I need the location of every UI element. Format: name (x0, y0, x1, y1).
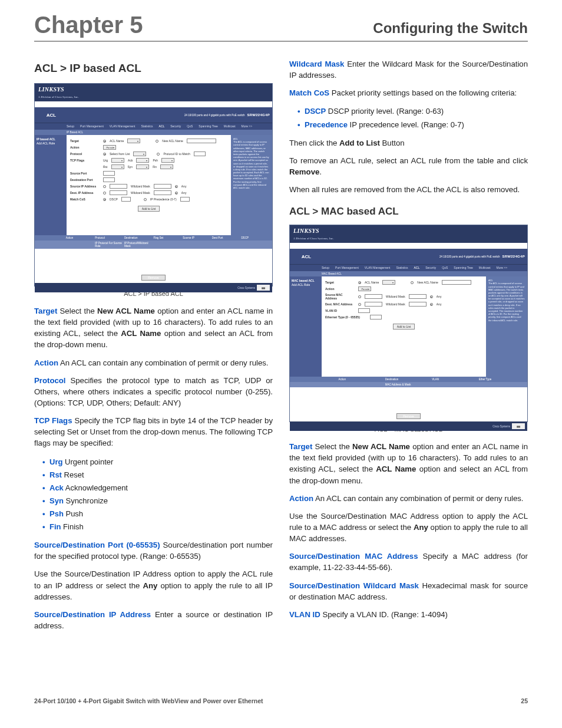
side-nav: MAC based ACL Add ACL Role (290, 276, 322, 377)
brand-logo: LINKSYS (293, 228, 319, 234)
input-eth-type[interactable] (370, 315, 382, 319)
remove-button[interactable]: Remove (141, 275, 166, 281)
brand-logo: LINKSYS (38, 86, 64, 93)
radio-new-acl[interactable] (156, 140, 158, 143)
input-new-acl[interactable] (187, 139, 216, 143)
input-dst-ip[interactable] (110, 190, 127, 195)
input-src-ip[interactable] (110, 184, 127, 189)
para2-action: Action An ACL can contain any combinatio… (289, 493, 528, 504)
input-src-wild[interactable] (154, 184, 171, 189)
subtab-row[interactable]: MAC Based ACL (290, 271, 527, 276)
tab-acl[interactable]: ACL (158, 124, 164, 128)
radio-dstip[interactable] (103, 192, 106, 195)
lbl-wildcard1: Wildcard Mask (131, 185, 150, 188)
radio-acl-name[interactable] (103, 140, 106, 143)
input-ipprec[interactable] (180, 197, 190, 202)
sidenav-add-role[interactable]: Add ACL Role (37, 141, 65, 145)
tab-multicast[interactable]: Multicast (479, 266, 491, 269)
tab-multicast[interactable]: Multicast (224, 124, 236, 128)
sidenav-ip-acl[interactable]: IP based ACL (37, 137, 65, 141)
tab-row: Setup Port Management VLAN Management St… (290, 264, 527, 271)
radio-new-acl[interactable] (411, 281, 414, 284)
input-src-port[interactable] (103, 171, 115, 176)
lbl-target: Target (70, 139, 100, 143)
tab-statistics[interactable]: Statistics (396, 266, 408, 269)
input-dst-port[interactable] (103, 177, 115, 182)
flag-ack[interactable]: ▾ (136, 158, 149, 163)
input-src-mac[interactable] (365, 294, 382, 299)
tab-security[interactable]: Security (425, 266, 436, 269)
lbl-dscp: DSCP (110, 197, 118, 201)
tab-vlan-mgmt[interactable]: VLAN Management (365, 266, 391, 269)
radio-acl-name[interactable] (358, 281, 361, 284)
radio-dstmac[interactable] (358, 303, 361, 306)
tab-row: Setup Port Management VLAN Management St… (35, 123, 272, 130)
select-protocol[interactable]: ▾ (133, 151, 146, 156)
tab-acl[interactable]: ACL (414, 266, 419, 269)
select-acl-name[interactable]: ▾ (382, 280, 395, 285)
radio-srcmac[interactable] (358, 295, 361, 298)
lbl-select-from-list: Select from List (110, 152, 130, 156)
tab-qos[interactable]: QoS (442, 266, 448, 269)
radio-ipprec[interactable] (144, 198, 147, 201)
tab-setup[interactable]: Setup (67, 124, 74, 128)
radio-proto-list[interactable] (103, 153, 106, 156)
input-dst-mac[interactable] (365, 302, 382, 307)
tab-vlan-mgmt[interactable]: VLAN Management (110, 124, 135, 128)
flag-urg[interactable]: ▾ (111, 158, 124, 163)
tab-more[interactable]: More >> (242, 124, 253, 128)
add-to-list-button[interactable]: Add to List (138, 206, 160, 212)
tab-statistics[interactable]: Statistics (141, 124, 153, 128)
device-desc: 24 10/100 ports and 4 gigabit ports with… (320, 254, 502, 259)
radio-dstip-any[interactable] (175, 192, 178, 195)
radio-proto-id[interactable] (157, 153, 160, 156)
tab-setup[interactable]: Setup (322, 266, 329, 269)
flag-syn[interactable]: ▾ (136, 164, 149, 169)
grid-body (35, 249, 272, 272)
lbl-dst-mac: Dest. MAC Address (325, 302, 355, 306)
lbl-vlan-id: VLAN ID (325, 309, 355, 312)
radio-srcmac-any[interactable] (430, 295, 433, 298)
para2-vlan: VLAN ID Specify a VLAN ID. (Range: 1-409… (289, 609, 528, 620)
input-protocol-id[interactable] (194, 151, 206, 156)
chapter-title: Chapter 5 (34, 12, 143, 38)
radio-dstmac-any[interactable] (430, 303, 433, 306)
grid-header: ActionDestinationVLANEther Type (290, 377, 527, 382)
input-vlan-id[interactable] (358, 308, 370, 313)
input-dst-wild[interactable] (154, 190, 171, 195)
tab-port-mgmt[interactable]: Port Management (335, 266, 359, 269)
tab-stp[interactable]: Spanning Tree (199, 124, 218, 128)
grid-header: ActionProtocolDestinationFlag SetSource … (35, 235, 272, 241)
tab-qos[interactable]: QoS (187, 124, 193, 128)
subtab-row[interactable]: IP Based ACL (35, 130, 272, 135)
tab-stp[interactable]: Spanning Tree (454, 266, 473, 269)
tab-security[interactable]: Security (170, 124, 181, 128)
sidenav-mac-acl[interactable]: MAC based ACL (292, 279, 320, 282)
tab-more[interactable]: More >> (497, 266, 508, 269)
flag-psh[interactable]: ▾ (161, 158, 174, 163)
flag-fin[interactable]: ▾ (160, 164, 173, 169)
select-action[interactable]: Permit ▾ (358, 286, 371, 291)
sidenav-add-role[interactable]: Add ACL Role (292, 283, 320, 286)
input-src-wild[interactable] (409, 294, 427, 299)
select-acl-name[interactable]: ▾ (127, 139, 140, 143)
para-wildcard: Wildcard Mask Enter the Wildcard Mask fo… (289, 58, 528, 81)
list-item: Urg Urgent pointer (42, 456, 273, 469)
tab-port-mgmt[interactable]: Port Management (80, 124, 104, 128)
radio-srcip-any[interactable] (175, 185, 178, 188)
cos-list: DSCP DSCP priority level. (Range: 0-63) … (289, 105, 528, 131)
input-dst-wild[interactable] (409, 302, 427, 307)
radio-dscp[interactable] (103, 198, 106, 201)
select-action[interactable]: Permit ▾ (103, 145, 116, 150)
para-action: Action An ACL can contain any combinatio… (34, 357, 273, 368)
help-panel: ACLThe ACL is composed of access control… (231, 135, 272, 235)
input-new-acl[interactable] (442, 280, 471, 285)
lbl-acl-name: ACL Name (110, 139, 124, 143)
radio-srcip[interactable] (103, 185, 106, 188)
lbl-any1: Any (181, 185, 187, 188)
input-dscp[interactable] (121, 197, 131, 202)
add-to-list-button[interactable]: Add to List (393, 324, 415, 330)
flag-rst[interactable]: ▾ (111, 164, 124, 169)
list-item: Precedence IP precedence level. (Range: … (297, 118, 528, 131)
remove-button[interactable]: Remove (396, 413, 421, 419)
